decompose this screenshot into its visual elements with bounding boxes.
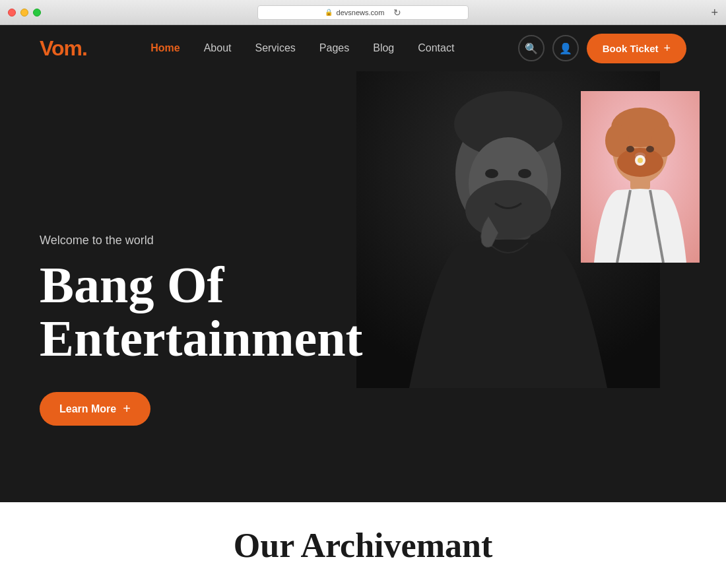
logo-text: Vom [40,36,82,60]
hero-title-line2: Entertainment [40,310,363,368]
book-ticket-label: Book Ticket [603,43,659,54]
website-container: Vom. Home About Services Pages Blog Cont… [0,25,726,588]
nav-link-contact[interactable]: Contact [418,42,454,53]
nav-link-services[interactable]: Services [255,42,295,53]
url-text: devsnews.com [337,9,385,16]
reload-icon[interactable]: ↻ [393,7,401,18]
search-button[interactable]: 🔍 [518,35,544,61]
nav-links: Home About Services Pages Blog Contact [150,42,454,54]
nav-item-services[interactable]: Services [255,42,295,54]
user-button[interactable]: 👤 [552,35,579,61]
svg-point-21 [638,158,643,163]
hero-cta-label: Learn More [59,403,116,415]
nav-item-about[interactable]: About [204,42,232,54]
nav-link-blog[interactable]: Blog [373,42,394,53]
nav-link-home[interactable]: Home [150,42,180,53]
close-button[interactable] [8,9,16,16]
hero-cta-button[interactable]: Learn More + [40,392,150,426]
minimize-button[interactable] [20,9,28,16]
hero-title-line1: Bang Of [40,256,224,313]
hero-small-image [581,91,700,263]
nav-link-about[interactable]: About [204,42,232,53]
new-tab-button[interactable]: + [711,7,718,18]
book-ticket-button[interactable]: Book Ticket + [587,34,686,63]
nav-right: 🔍 👤 Book Ticket + [518,34,686,63]
svg-point-16 [646,146,654,152]
hero-subtitle: Welcome to the world [40,234,363,247]
nav-link-pages[interactable]: Pages [319,42,349,53]
lock-icon: 🔒 [325,9,333,16]
svg-point-15 [626,146,634,152]
book-plus-icon: + [663,42,671,55]
hero-small-portrait-svg [581,91,700,263]
user-icon: 👤 [559,42,572,55]
navbar: Vom. Home About Services Pages Blog Cont… [0,25,726,71]
logo[interactable]: Vom. [40,36,87,61]
nav-item-blog[interactable]: Blog [373,42,394,54]
nav-item-pages[interactable]: Pages [319,42,349,54]
logo-dot: . [82,36,87,60]
traffic-lights [8,9,41,16]
hero-section: Welcome to the world Bang Of Entertainme… [0,71,726,588]
below-fold-title: Our Archivemant [234,526,492,565]
maximize-button[interactable] [33,9,41,16]
titlebar: 🔒 devsnews.com ↻ + [0,0,726,25]
search-icon: 🔍 [525,42,538,55]
hero-text-block: Welcome to the world Bang Of Entertainme… [40,234,363,426]
hero-small-image-inner [581,91,700,263]
below-fold-section: Our Archivemant [0,502,726,588]
svg-point-7 [465,180,551,240]
address-bar[interactable]: 🔒 devsnews.com ↻ [257,5,469,20]
hero-title: Bang Of Entertainment [40,258,363,366]
svg-point-6 [518,169,531,178]
nav-item-contact[interactable]: Contact [418,42,454,54]
nav-item-home[interactable]: Home [150,42,180,54]
svg-point-5 [485,169,498,178]
hero-cta-plus-icon: + [123,401,131,416]
